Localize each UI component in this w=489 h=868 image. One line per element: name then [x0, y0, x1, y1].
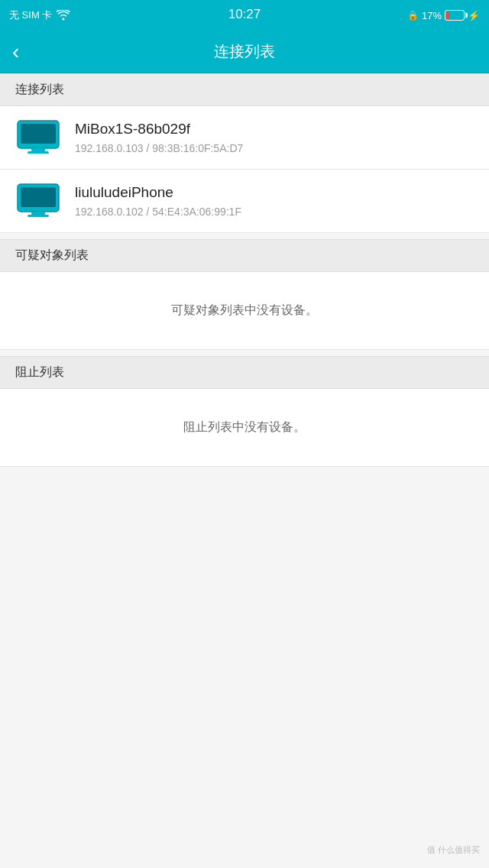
- device-meta-1: 192.168.0.103 / 98:3B:16:0F:5A:D7: [75, 142, 243, 154]
- status-bar: 无 SIM 卡 10:27 🔒 17% ⚡: [0, 0, 489, 31]
- battery-indicator: [445, 10, 465, 21]
- svg-rect-3: [28, 151, 49, 154]
- device-item-1[interactable]: MiBox1S-86b029f 192.168.0.103 / 98:3B:16…: [0, 106, 489, 170]
- svg-rect-2: [31, 148, 45, 151]
- battery-body: [445, 10, 465, 21]
- status-left: 无 SIM 卡: [9, 8, 70, 22]
- lock-icon: 🔒: [407, 10, 419, 21]
- monitor-icon-2: [16, 183, 60, 219]
- svg-rect-5: [21, 187, 56, 207]
- device-name-2: liululudeiPhone: [75, 184, 241, 201]
- block-list-header: 阻止列表: [0, 356, 489, 389]
- suspect-list-empty: 可疑对象列表中没有设备。: [0, 272, 489, 350]
- block-list-empty-text: 阻止列表中没有设备。: [183, 420, 306, 433]
- battery-percent: 17%: [422, 10, 442, 21]
- svg-rect-6: [31, 212, 45, 215]
- nav-bar: ‹ 连接列表: [0, 31, 489, 73]
- monitor-icon-1: [16, 119, 60, 156]
- suspect-list-empty-text: 可疑对象列表中没有设备。: [171, 303, 318, 316]
- svg-rect-7: [28, 215, 49, 217]
- watermark-text: 值 什么值得买: [427, 845, 480, 854]
- suspect-list-label: 可疑对象列表: [15, 248, 89, 261]
- status-right: 🔒 17% ⚡: [407, 10, 480, 21]
- connection-list-label: 连接列表: [15, 83, 64, 96]
- back-icon: ‹: [12, 41, 19, 63]
- nav-title: 连接列表: [214, 41, 275, 62]
- suspect-list-header: 可疑对象列表: [0, 239, 489, 272]
- block-list-label: 阻止列表: [15, 365, 64, 378]
- device-info-1: MiBox1S-86b029f 192.168.0.103 / 98:3B:16…: [75, 121, 243, 154]
- watermark: 值 什么值得买: [427, 844, 480, 856]
- svg-rect-1: [21, 124, 56, 144]
- charging-icon: ⚡: [468, 10, 480, 21]
- connection-list-header: 连接列表: [0, 73, 489, 106]
- wifi-icon: [57, 10, 70, 21]
- status-time: 10:27: [228, 7, 261, 22]
- carrier-label: 无 SIM 卡: [9, 8, 52, 22]
- block-list-empty: 阻止列表中没有设备。: [0, 389, 489, 467]
- battery-fill: [446, 11, 449, 19]
- device-name-1: MiBox1S-86b029f: [75, 121, 243, 138]
- back-button[interactable]: ‹: [12, 41, 19, 63]
- device-item-2[interactable]: liululudeiPhone 192.168.0.102 / 54:E4:3A…: [0, 170, 489, 233]
- device-icon-2: [15, 182, 61, 220]
- device-icon-1: [15, 118, 61, 157]
- device-meta-2: 192.168.0.102 / 54:E4:3A:06:99:1F: [75, 206, 241, 218]
- device-info-2: liululudeiPhone 192.168.0.102 / 54:E4:3A…: [75, 184, 241, 218]
